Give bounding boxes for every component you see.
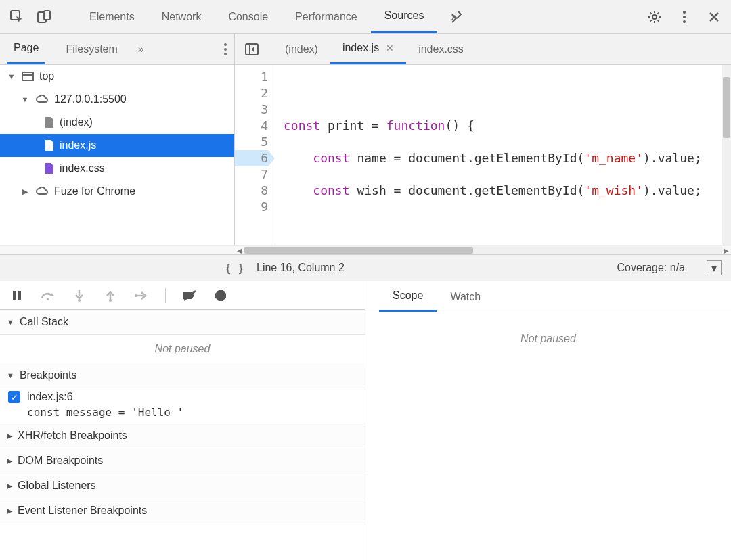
breakpoint-code: const message = 'Hello ' xyxy=(8,406,345,419)
navigator-overflow-icon[interactable]: » xyxy=(138,43,144,55)
editor-tab-label: index.css xyxy=(418,43,464,55)
section-title: XHR/fetch Breakpoints xyxy=(18,429,127,442)
svg-point-22 xyxy=(135,294,137,297)
tree-label: (index) xyxy=(60,116,93,129)
section-title: Call Stack xyxy=(20,316,68,328)
svg-point-16 xyxy=(47,298,49,300)
chevron-down-icon: ▼ xyxy=(20,95,30,103)
section-title: DOM Breakpoints xyxy=(18,454,103,467)
code-area[interactable]: const print = function() { const name = … xyxy=(275,65,731,245)
section-xhr-breakpoints[interactable]: ▶XHR/fetch Breakpoints xyxy=(0,423,365,448)
svg-point-18 xyxy=(78,299,81,302)
tree-row-host[interactable]: ▼ 127.0.0.1:5500 xyxy=(0,88,234,111)
chevron-right-icon: ▶ xyxy=(7,507,12,515)
code-editor[interactable]: 123456789 const print = function() { con… xyxy=(235,65,731,245)
tab-page[interactable]: Page xyxy=(7,34,45,64)
code-line: const wish = document.getElementById('m_… xyxy=(284,183,731,199)
tab-scope[interactable]: Scope xyxy=(379,281,437,312)
svg-point-5 xyxy=(683,16,686,18)
editor-tab-indexcss[interactable]: index.css xyxy=(406,34,476,64)
horizontal-scrollbar[interactable] xyxy=(244,246,722,254)
tree-label: 127.0.0.1:5500 xyxy=(54,93,127,106)
document-icon xyxy=(45,139,54,151)
svg-point-8 xyxy=(224,48,227,51)
navigator-tabs: Page Filesystem » xyxy=(0,34,235,64)
editor-tab-label: index.js xyxy=(342,42,379,54)
section-title: Global Listeners xyxy=(18,480,96,492)
tree-row-file[interactable]: (index) xyxy=(0,111,234,134)
section-title: Event Listener Breakpoints xyxy=(18,505,147,517)
svg-point-20 xyxy=(109,299,112,302)
step-icon[interactable] xyxy=(134,288,149,303)
status-dropdown-icon[interactable]: ▾ xyxy=(707,260,722,275)
step-out-icon[interactable] xyxy=(103,288,118,303)
breakpoint-checkbox[interactable]: ✓ xyxy=(8,391,20,403)
svg-point-6 xyxy=(683,20,686,23)
line-gutter[interactable]: 123456789 xyxy=(235,65,275,245)
navigator-kebab-icon[interactable] xyxy=(223,43,227,56)
chevron-down-icon: ▼ xyxy=(7,371,14,379)
chevron-right-icon: ▶ xyxy=(7,482,12,490)
svg-point-9 xyxy=(224,53,227,55)
editor-tabs: (index) index.js ✕ index.css xyxy=(235,34,731,64)
cursor-position: Line 16, Column 2 xyxy=(257,262,345,274)
tab-watch[interactable]: Watch xyxy=(437,281,494,312)
section-dom-breakpoints[interactable]: ▶DOM Breakpoints xyxy=(0,448,365,473)
scroll-left-icon[interactable]: ◀ xyxy=(235,246,244,255)
settings-icon[interactable] xyxy=(647,9,662,24)
step-over-icon[interactable] xyxy=(41,288,56,303)
toggle-navigator-icon[interactable] xyxy=(242,43,262,55)
pretty-print-icon[interactable]: { } xyxy=(225,262,244,275)
tabs-overflow-icon[interactable]: » xyxy=(437,0,483,33)
chevron-right-icon: ▶ xyxy=(20,187,30,196)
tab-performance[interactable]: Performance xyxy=(282,0,371,33)
kebab-menu-icon[interactable] xyxy=(677,9,692,24)
section-title: Breakpoints xyxy=(20,369,77,381)
devtools-top-toolbar: Elements Network Console Performance Sou… xyxy=(0,0,731,34)
chevron-down-icon: ▼ xyxy=(7,72,16,80)
code-line: const name = document.getElementById('m_… xyxy=(284,150,731,166)
file-tree[interactable]: ▼ top ▼ 127.0.0.1:5500 (index) index.js … xyxy=(0,65,235,245)
section-event-listener-breakpoints[interactable]: ▶Event Listener Breakpoints xyxy=(0,498,365,523)
tab-network[interactable]: Network xyxy=(148,0,215,33)
svg-point-7 xyxy=(224,43,227,46)
device-toggle-icon[interactable] xyxy=(37,9,51,24)
svg-rect-12 xyxy=(22,72,33,80)
tab-filesystem[interactable]: Filesystem xyxy=(59,34,124,64)
tree-row-extension[interactable]: ▶ Fuze for Chrome xyxy=(0,180,234,203)
tree-row-file-selected[interactable]: index.js xyxy=(0,134,234,157)
svg-point-4 xyxy=(683,11,686,14)
tab-elements[interactable]: Elements xyxy=(76,0,148,33)
pause-on-exceptions-icon[interactable] xyxy=(213,288,228,303)
close-icon[interactable] xyxy=(707,9,722,24)
svg-rect-15 xyxy=(18,291,21,300)
section-global-listeners[interactable]: ▶Global Listeners xyxy=(0,473,365,498)
deactivate-breakpoints-icon[interactable] xyxy=(182,288,197,303)
section-breakpoints[interactable]: ▼Breakpoints xyxy=(0,363,365,388)
cloud-icon xyxy=(35,187,49,196)
document-icon xyxy=(45,162,54,174)
chevron-right-icon: ▶ xyxy=(7,431,12,440)
close-tab-icon[interactable]: ✕ xyxy=(386,43,394,53)
tab-sources[interactable]: Sources xyxy=(371,0,438,33)
svg-rect-14 xyxy=(13,291,16,300)
tree-row-file[interactable]: index.css xyxy=(0,157,234,180)
call-stack-empty: Not paused xyxy=(0,335,365,363)
tree-row-top[interactable]: ▼ top xyxy=(0,65,234,88)
vertical-scrollbar[interactable] xyxy=(722,65,731,245)
breakpoint-row[interactable]: ✓ index.js:6 const message = 'Hello ' xyxy=(0,388,365,423)
editor-tab-indexjs[interactable]: index.js ✕ xyxy=(330,34,406,64)
editor-tab-index[interactable]: (index) xyxy=(273,34,330,64)
step-into-icon[interactable] xyxy=(72,288,87,303)
inspect-element-icon[interactable] xyxy=(9,9,24,24)
window-icon xyxy=(22,72,34,81)
scope-watch-tabs: Scope Watch xyxy=(366,281,731,312)
tab-console[interactable]: Console xyxy=(215,0,282,33)
code-line: const print = function() { xyxy=(284,118,731,134)
debugger-right-pane: Scope Watch Not paused xyxy=(366,281,731,560)
code-line xyxy=(284,215,731,231)
coverage-status: Coverage: n/a xyxy=(617,262,685,274)
pause-icon[interactable] xyxy=(9,288,24,303)
scroll-right-icon[interactable]: ▶ xyxy=(722,246,731,255)
section-call-stack[interactable]: ▼Call Stack xyxy=(0,310,365,335)
